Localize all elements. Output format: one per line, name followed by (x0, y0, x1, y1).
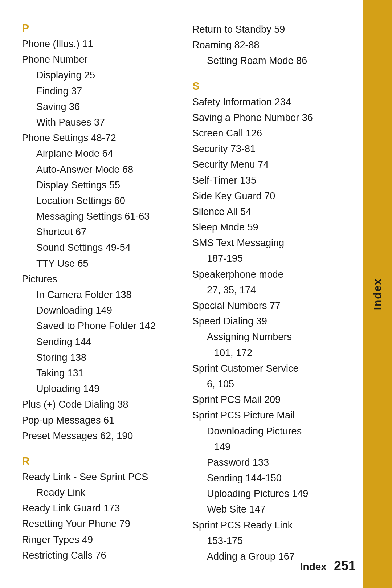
index-entry: Restricting Calls 76 (22, 548, 178, 563)
index-entry: Ready Link Guard 173 (22, 501, 178, 516)
index-entry: Uploading Pictures 149 (192, 486, 348, 502)
index-entry: Security 73-81 (192, 141, 348, 157)
index-entry: Preset Messages 62, 190 (22, 428, 178, 444)
index-entry: Safety Information 234 (192, 94, 348, 110)
index-entry: Phone (Illus.) 11 (22, 36, 178, 52)
index-entry: Silence All 54 (192, 204, 348, 220)
index-entry: Password 133 (192, 455, 348, 470)
index-entry: Downloading 149 (22, 303, 178, 318)
index-entry: Roaming 82-88 (192, 37, 348, 53)
index-entry: 149 (192, 439, 348, 455)
index-tab: Index (363, 0, 392, 588)
index-entry: Phone Settings 48-72 (22, 130, 178, 146)
section-letter-p: P (22, 22, 178, 34)
index-entry: Messaging Settings 61-63 (22, 209, 178, 224)
index-entry: Saving a Phone Number 36 (192, 110, 348, 126)
page-footer: Index251 (300, 558, 356, 573)
index-entry: In Camera Folder 138 (22, 287, 178, 303)
section-letter-r: R (22, 455, 178, 467)
left-column: PPhone (Illus.) 11Phone NumberDisplaying… (22, 22, 178, 566)
index-entry: Speakerphone mode (192, 267, 348, 282)
index-entry: Saved to Phone Folder 142 (22, 318, 178, 334)
index-entry: Uploading 149 (22, 381, 178, 397)
index-entry: Self-Timer 135 (192, 173, 348, 188)
index-entry: With Pauses 37 (22, 115, 178, 130)
index-entry: 27, 35, 174 (192, 282, 348, 298)
index-entry: Setting Roam Mode 86 (192, 53, 348, 69)
section-letter-s: S (192, 80, 348, 92)
right-column: Return to Standby 59Roaming 82-88Setting… (192, 22, 348, 566)
index-entry: Saving 36 (22, 99, 178, 115)
index-entry: Sound Settings 49-54 (22, 240, 178, 256)
index-entry: Shortcut 67 (22, 224, 178, 240)
index-entry: Sending 144 (22, 334, 178, 350)
index-entry: 187-195 (192, 251, 348, 266)
index-entry: Taking 131 (22, 366, 178, 381)
index-entry: Airplane Mode 64 (22, 146, 178, 162)
content-area: PPhone (Illus.) 11Phone NumberDisplaying… (0, 0, 363, 588)
page-container: PPhone (Illus.) 11Phone NumberDisplaying… (0, 0, 392, 588)
index-entry: Sprint PCS Picture Mail (192, 408, 348, 423)
footer-page-number: 251 (334, 558, 356, 573)
footer-label: Index (300, 561, 327, 572)
index-entry: Return to Standby 59 (192, 22, 348, 37)
index-entry: Ready Link (22, 485, 178, 501)
index-entry: Auto-Answer Mode 68 (22, 162, 178, 177)
index-entry: Sleep Mode 59 (192, 220, 348, 235)
index-entry: Web Site 147 (192, 502, 348, 517)
index-entry: Sprint Customer Service (192, 361, 348, 376)
index-entry: 153-175 (192, 533, 348, 549)
index-entry: Phone Number (22, 52, 178, 68)
index-entry: 6, 105 (192, 376, 348, 392)
index-entry: Security Menu 74 (192, 157, 348, 172)
index-entry: Displaying 25 (22, 68, 178, 83)
index-entry: Sprint PCS Mail 209 (192, 392, 348, 408)
index-entry: 101, 172 (192, 345, 348, 361)
index-entry: Side Key Guard 70 (192, 188, 348, 204)
index-entry: Location Settings 60 (22, 193, 178, 209)
index-entry: Resetting Your Phone 79 (22, 516, 178, 532)
index-entry: Sending 144-150 (192, 470, 348, 486)
index-entry: SMS Text Messaging (192, 235, 348, 251)
index-entry: Assigning Numbers (192, 329, 348, 345)
index-entry: Speed Dialing 39 (192, 314, 348, 329)
index-entry: Downloading Pictures (192, 424, 348, 439)
index-entry: Plus (+) Code Dialing 38 (22, 397, 178, 412)
index-entry: Ringer Types 49 (22, 532, 178, 548)
index-entry: Storing 138 (22, 350, 178, 366)
index-entry: TTY Use 65 (22, 256, 178, 271)
index-entry: Pictures (22, 271, 178, 287)
index-entry: Ready Link - See Sprint PCS (22, 469, 178, 485)
index-entry: Pop-up Messages 61 (22, 413, 178, 428)
index-entry: Special Numbers 77 (192, 298, 348, 314)
index-entry: Display Settings 55 (22, 177, 178, 193)
index-entry: Screen Call 126 (192, 126, 348, 141)
index-entry: Sprint PCS Ready Link (192, 518, 348, 533)
side-tab-label: Index (371, 278, 384, 310)
index-entry: Finding 37 (22, 83, 178, 99)
